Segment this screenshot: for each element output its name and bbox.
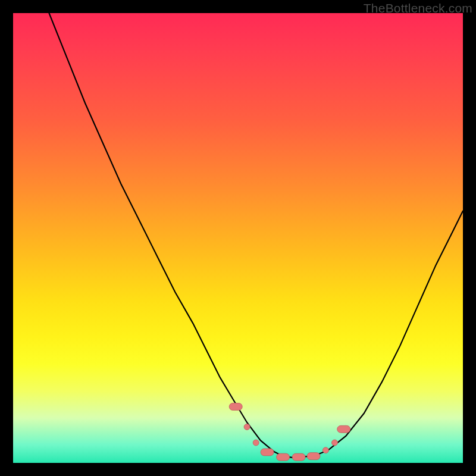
marker-group [229,403,350,461]
curve-marker [277,453,290,461]
chart-svg [13,13,463,463]
curve-marker [307,453,320,460]
curve-marker [332,440,338,446]
curve-marker [253,440,259,446]
curve-marker [292,453,305,461]
curve-marker [229,403,242,411]
curve-marker [322,447,328,453]
curve-marker [261,449,274,456]
chart-plot-area [13,13,463,463]
bottleneck-curve [49,13,464,458]
chart-frame: TheBottleneck.com [0,0,476,476]
curve-marker [337,425,350,433]
watermark-label: TheBottleneck.com [364,1,472,15]
curve-marker [244,424,250,430]
